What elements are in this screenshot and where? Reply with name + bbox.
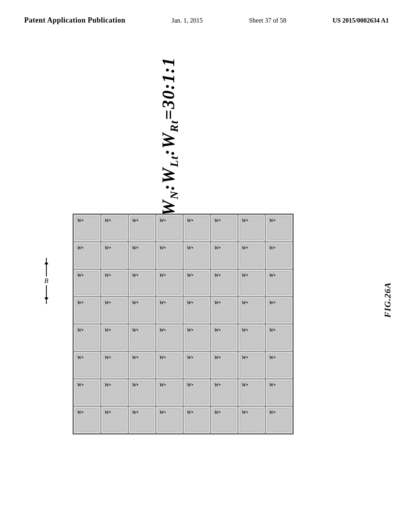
grid-cell: W• xyxy=(128,242,156,269)
grid-cell: W• xyxy=(128,297,156,324)
grid-cell: W• xyxy=(73,269,101,297)
grid-cell: W• xyxy=(238,242,265,269)
grid-cell: W• xyxy=(183,351,211,379)
grid-cell: W• xyxy=(183,242,211,269)
grid-cell: W• xyxy=(211,406,238,434)
grid-cell: W• xyxy=(183,269,211,297)
sheet-info: Sheet 37 of 58 xyxy=(249,17,286,24)
grid-cell: W• xyxy=(265,351,293,379)
grid-cell: W• xyxy=(265,269,293,297)
grid-cell: W• xyxy=(211,242,238,269)
grid-cell: W• xyxy=(73,297,101,324)
grid-cell: W• xyxy=(101,379,128,406)
grid-cell: W• xyxy=(101,406,128,434)
grid-cell: W• xyxy=(265,324,293,351)
patent-number: US 2015/0002634 A1 xyxy=(332,17,389,24)
arrow-label: B xyxy=(44,277,48,285)
grid-cell: W• xyxy=(128,406,156,434)
grid-cell: W• xyxy=(238,351,265,379)
grid-cell: W• xyxy=(238,214,265,242)
grid-cell: W• xyxy=(128,324,156,351)
grid-cell: W• xyxy=(156,324,183,351)
grid-cell: W• xyxy=(156,379,183,406)
grid-cell: W• xyxy=(211,324,238,351)
page-header: Patent Application Publication Jan. 1, 2… xyxy=(0,16,413,25)
grid-cell: W• xyxy=(101,297,128,324)
grid-cell: W• xyxy=(73,242,101,269)
grid-cell: W• xyxy=(183,297,211,324)
grid-cell: W• xyxy=(183,379,211,406)
grid-cell: W• xyxy=(101,351,128,379)
grid-cell: W• xyxy=(73,214,101,242)
grid-cell: W• xyxy=(211,297,238,324)
grid-cell: W• xyxy=(156,269,183,297)
grid-cell: W• xyxy=(238,406,265,434)
grid-cell: W• xyxy=(101,269,128,297)
grid-cell: W• xyxy=(156,406,183,434)
grid-cell: W• xyxy=(183,324,211,351)
grid-cell: W• xyxy=(183,406,211,434)
grid-cell: W• xyxy=(265,214,293,242)
grid-cell: W• xyxy=(238,379,265,406)
grid-cell: W• xyxy=(238,269,265,297)
grid-cell: W• xyxy=(128,214,156,242)
grid-cell: W• xyxy=(73,379,101,406)
grid-cell: W• xyxy=(211,269,238,297)
grid-cell: W• xyxy=(128,379,156,406)
grid-cell: W• xyxy=(156,351,183,379)
grid-cell: W• xyxy=(265,297,293,324)
arrow-annotation: B xyxy=(44,258,48,304)
grid-cell: W• xyxy=(265,379,293,406)
grid-cell: W• xyxy=(156,242,183,269)
publication-date: Jan. 1, 2015 xyxy=(171,17,202,24)
grid-cell: W• xyxy=(156,214,183,242)
formula-label: WN:WLt:WRt=30:1:1 xyxy=(158,56,181,217)
pixel-grid-container: W• W• W• W• W• W• W• W• W• W• W• W• W• W… xyxy=(73,214,294,434)
grid-cell: W• xyxy=(183,214,211,242)
grid-cell: W• xyxy=(128,269,156,297)
grid-cell: W• xyxy=(73,351,101,379)
grid-cell: W• xyxy=(238,297,265,324)
grid-cell: W• xyxy=(73,324,101,351)
grid-cell: W• xyxy=(156,297,183,324)
publication-title: Patent Application Publication xyxy=(24,16,125,25)
grid-cell: W• xyxy=(211,214,238,242)
grid-cell: W• xyxy=(73,406,101,434)
grid-cell: W• xyxy=(101,214,128,242)
grid-cell: W• xyxy=(211,351,238,379)
grid-cell: W• xyxy=(211,379,238,406)
figure-label: FIG.26A xyxy=(382,282,393,318)
pixel-grid: W• W• W• W• W• W• W• W• W• W• W• W• W• W… xyxy=(73,214,294,434)
grid-cell: W• xyxy=(265,242,293,269)
grid-cell: W• xyxy=(238,324,265,351)
grid-cell: W• xyxy=(101,324,128,351)
grid-cell: W• xyxy=(101,242,128,269)
grid-cell: W• xyxy=(265,406,293,434)
grid-cell: W• xyxy=(128,351,156,379)
